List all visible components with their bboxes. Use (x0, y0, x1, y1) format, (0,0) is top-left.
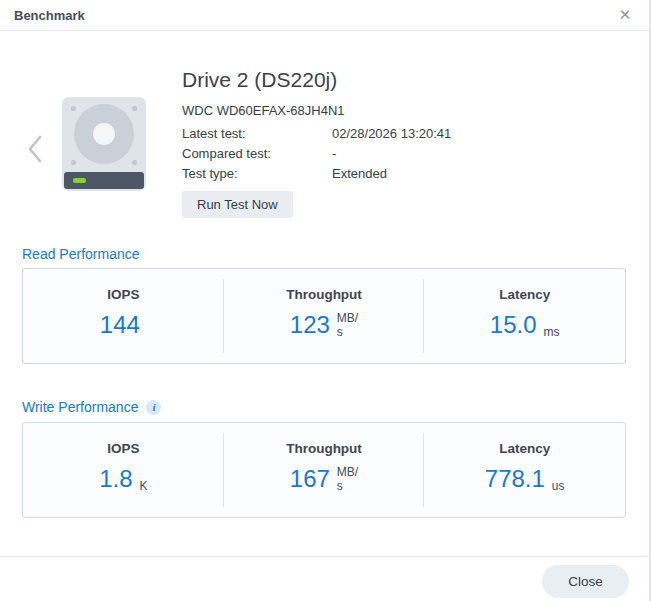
write-performance-panel: IOPS 1.8 K Throughput 167 MB/ s Latency … (22, 422, 626, 518)
detail-row-test-type: Test type:Extended (182, 166, 387, 181)
metric-write-latency: Latency 778.1 us (424, 423, 625, 517)
metric-label: Throughput (224, 441, 425, 456)
read-performance-panel: IOPS 144 Throughput 123 MB/ s Latency 15… (22, 268, 626, 364)
drive-bottom-bar (64, 172, 144, 189)
write-performance-title: Write Performance i (22, 399, 161, 415)
drive-platter (74, 104, 134, 164)
detail-row-latest-test: Latest test:02/28/2026 13:20:41 (182, 126, 451, 141)
screw-dot (71, 106, 76, 111)
detail-label: Compared test: (182, 146, 332, 161)
metric-value: 144 (100, 310, 140, 340)
detail-label: Test type: (182, 166, 332, 181)
drive-title: Drive 2 (DS220j) (182, 68, 337, 92)
screw-dot (71, 160, 76, 165)
metric-label: Latency (424, 441, 625, 456)
close-icon[interactable]: ✕ (615, 5, 635, 25)
drive-platter-hole (93, 123, 115, 145)
chevron-left-icon (27, 134, 43, 164)
metric-read-throughput: Throughput 123 MB/ s (224, 269, 425, 363)
metric-write-iops: IOPS 1.8 K (23, 423, 224, 517)
metric-value: 778.1 (485, 464, 545, 494)
screw-dot (132, 160, 137, 165)
metric-unit: K (140, 465, 148, 493)
metric-unit: MB/ s (337, 311, 358, 339)
metric-label: IOPS (23, 287, 224, 302)
metric-write-throughput: Throughput 167 MB/ s (224, 423, 425, 517)
metric-unit: MB/ s (337, 465, 358, 493)
detail-row-compared-test: Compared test:- (182, 146, 336, 161)
dialog-title: Benchmark (14, 8, 85, 23)
metric-value: 123 (290, 310, 330, 340)
detail-value: 02/28/2026 13:20:41 (332, 126, 451, 141)
section-title-label: Read Performance (22, 246, 140, 262)
read-performance-title: Read Performance (22, 246, 140, 262)
metric-label: IOPS (23, 441, 224, 456)
metric-value: 1.8 (99, 464, 132, 494)
previous-drive-button[interactable] (27, 134, 43, 164)
drive-model: WDC WD60EFAX-68JH4N1 (182, 103, 345, 118)
footer-separator (0, 556, 651, 557)
section-title-label: Write Performance (22, 399, 138, 415)
dialog-header: Benchmark ✕ (0, 0, 651, 31)
metric-value: 15.0 (490, 310, 537, 340)
screw-dot (132, 106, 137, 111)
metric-read-latency: Latency 15.0 ms (424, 269, 625, 363)
info-icon[interactable]: i (146, 400, 161, 415)
run-test-now-button[interactable]: Run Test Now (182, 191, 293, 218)
detail-value: Extended (332, 166, 387, 181)
close-button[interactable]: Close (542, 565, 629, 598)
drive-icon (62, 97, 146, 191)
metric-unit: us (552, 465, 565, 493)
detail-label: Latest test: (182, 126, 332, 141)
drive-led-indicator (73, 178, 86, 183)
metric-label: Throughput (224, 287, 425, 302)
metric-read-iops: IOPS 144 (23, 269, 224, 363)
metric-value: 167 (290, 464, 330, 494)
metric-label: Latency (424, 287, 625, 302)
metric-unit: ms (544, 311, 560, 339)
detail-value: - (332, 146, 336, 161)
